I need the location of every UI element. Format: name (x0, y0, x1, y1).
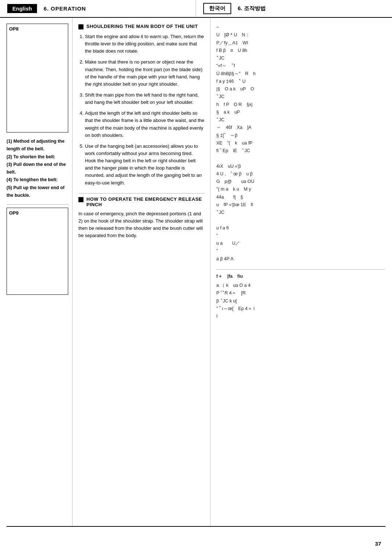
kr-op8-line-23: u fP «'βœ 1E fi (216, 201, 385, 209)
kr-op8-line-15: XE "( k ua fP (216, 139, 385, 147)
kr-op8-line-0: ~ (216, 24, 385, 31)
op9-body: In case of emergency, pinch the depresse… (78, 210, 204, 240)
section-title-en: 6. OPERATION (44, 5, 86, 12)
korean-op8-text: ~ U [Ø＊U N： P／fy＿A‡ WI f B β ¤ U 8h ˅JC … (216, 24, 385, 263)
belt-method-text: (1) Method of adjusting the length of th… (7, 138, 69, 199)
kr-op8-line-27: " (216, 232, 385, 240)
kr-op8-line-12: ˅JC (216, 116, 385, 124)
op9-heading-square (78, 197, 83, 202)
kr-op8-line-10: h f P O R §x| (216, 101, 385, 109)
kr-op8-line-9: ˅JC (216, 93, 385, 101)
kr-op8-line-13: ～ 46f Xa ]A (216, 124, 385, 131)
op9-label: OP9 (9, 210, 19, 216)
op9-heading-text: HOW TO OPERATE THE EMERGENCY RELEASE PIN… (86, 196, 204, 207)
op8-heading-square (78, 24, 83, 29)
kr-op8-line-11: § a k uP (216, 109, 385, 116)
section-divider (7, 204, 69, 205)
korean-badge: 한국어 (203, 3, 231, 14)
belt-item-2: (2) To shorten the belt: (7, 153, 69, 161)
kr-op8-line-24: ˅JC (216, 209, 385, 216)
main-content: OP8 (1) Method of adjusting the length o… (0, 18, 392, 526)
kr-op9-line-3: " ˜ ı～œ[ Ep 4＝ i (216, 305, 385, 313)
step-2: Make sure that there is no person or obj… (85, 58, 204, 88)
step-3: Shift the main pipe from the left hand t… (85, 91, 204, 106)
korean-op9-text: f＋ |fa fiu a （ k ua O a 4P ˜˂R 4＝ [Rβ ˅J… (216, 273, 385, 321)
kr-op8-line-18: 4ıX uU «'β (216, 163, 385, 170)
kr-op8-line-26: u f a fi (216, 224, 385, 232)
divider-2 (78, 193, 204, 194)
kr-op9-line-0: a （ k ua O a 4 (216, 282, 385, 289)
kr-op9-line-4: I (216, 313, 385, 320)
belt-item-4: (4) To lengthen the belt: (7, 176, 69, 184)
kr-op8-line-17 (216, 155, 385, 162)
page-wrapper: English 6. OPERATION 한국어 6. 조작방법 OP8 (1)… (0, 0, 392, 554)
kr-op8-line-20: G p@ ua OU (216, 178, 385, 186)
english-instructions: SHOULDERING THE MAIN BODY OF THE UNIT St… (73, 18, 211, 526)
kr-op8-line-5: "«f～ ˅f (216, 62, 385, 70)
kr-divider (216, 269, 385, 270)
header-left: English 6. OPERATION (0, 0, 196, 17)
step-5: Use of the hanging belt (an accessories)… (85, 143, 204, 187)
kr-op8-line-2: P／fy＿A‡ WI (216, 39, 385, 47)
korean-content: ~ U [Ø＊U N： P／fy＿A‡ WI f B β ¤ U 8h ˅JC … (211, 18, 392, 526)
kr-op8-line-30: a β 4P A (216, 255, 385, 263)
op8-label: OP8 (9, 26, 19, 32)
belt-item-1: (1) Method of adjusting the length of th… (7, 138, 69, 153)
kr-op8-line-29: " (216, 247, 385, 255)
kr-op8-line-3: f B β ¤ U 8h (216, 47, 385, 54)
section-title-kr: 6. 조작방법 (238, 5, 266, 12)
english-badge: English (7, 4, 37, 13)
image-boxes-column: OP8 (1) Method of adjusting the length o… (0, 18, 73, 526)
kr-op8-line-8: |§ O a k uP O (216, 85, 385, 93)
header: English 6. OPERATION 한국어 6. 조작방법 (0, 0, 392, 18)
kr-op8-line-6: Ù 8hBβ§～" R h (216, 70, 385, 78)
kr-op9-line-2: β ˅JC k u[ (216, 297, 385, 305)
kr-op9-heading: f＋ |fa fiu (216, 273, 385, 280)
belt-item-5: (5) Pull up the lower end of the buckle. (7, 184, 69, 200)
kr-op8-line-21: "( m a k u M y (216, 186, 385, 193)
kr-op8-line-4: ˅JC (216, 54, 385, 62)
belt-item-3: (3) Pull down the end of the belt. (7, 161, 69, 176)
op8-steps-list: Start the engine and allow it to warm up… (78, 33, 204, 187)
kr-op8-line-1: U [Ø＊U N： (216, 31, 385, 39)
kr-op8-line-16: fi ˜ Ep IE ˅JC (216, 147, 385, 155)
step-4: Adjust the length of the left and right … (85, 110, 204, 139)
bottom-rule (7, 526, 385, 527)
header-right: 한국어 6. 조작방법 (196, 0, 392, 17)
kr-op8-line-7: f a y ‡46 ˂ U (216, 78, 385, 85)
op8-heading-row: SHOULDERING THE MAIN BODY OF THE UNIT (78, 24, 204, 29)
kr-op8-line-19: 4 U , ˜ œ β u β (216, 170, 385, 178)
op9-heading-row: HOW TO OPERATE THE EMERGENCY RELEASE PIN… (78, 196, 204, 207)
kr-op8-line-25 (216, 216, 385, 224)
kr-op9-line-1: P ˜˂R 4＝ [R (216, 289, 385, 297)
kr-op8-line-28: u a U／ (216, 240, 385, 247)
op8-heading-text: SHOULDERING THE MAIN BODY OF THE UNIT (86, 24, 198, 29)
op8-box: OP8 (7, 24, 68, 133)
page-number: 37 (375, 541, 381, 547)
kr-op8-line-22: 44a f| § (216, 194, 385, 201)
step-1: Start the engine and allow it to warm up… (85, 33, 204, 55)
kr-op8-line-14: § ‡[˜ ～β (216, 132, 385, 139)
op9-box: OP9 (7, 208, 68, 295)
